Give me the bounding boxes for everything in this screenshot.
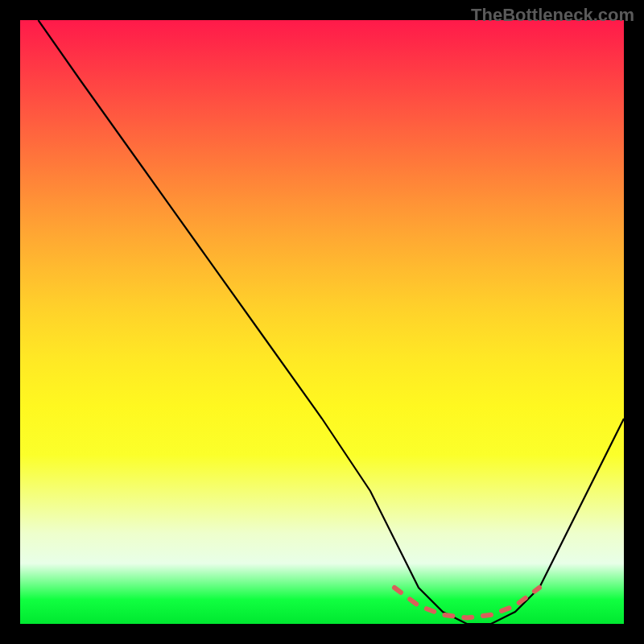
chart-svg xyxy=(20,20,624,624)
watermark-text: TheBottleneck.com xyxy=(471,5,634,26)
bottleneck-curve-line xyxy=(39,20,625,624)
bottleneck-dashed-region xyxy=(394,588,539,618)
chart-plot-area xyxy=(20,20,624,624)
